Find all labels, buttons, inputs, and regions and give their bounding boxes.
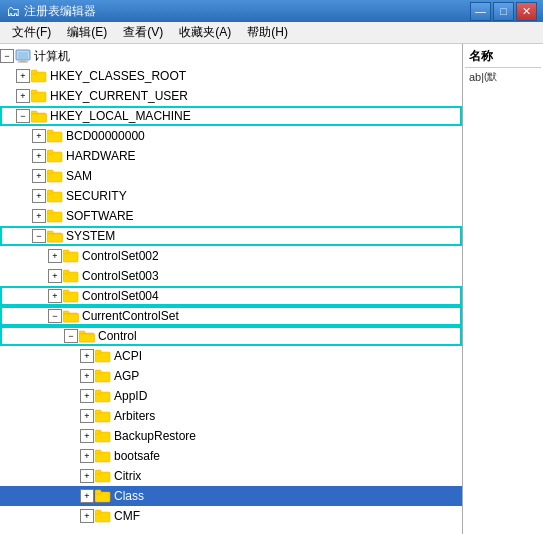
title-bar-controls: — □ ✕ (470, 2, 537, 21)
node-label-sam: SAM (66, 166, 92, 186)
menu-favorites[interactable]: 收藏夹(A) (171, 22, 239, 43)
expand-button[interactable]: + (32, 129, 46, 143)
expand-button[interactable]: + (80, 469, 94, 483)
close-button[interactable]: ✕ (516, 2, 537, 21)
node-label-backuprestore: BackupRestore (114, 426, 196, 446)
maximize-button[interactable]: □ (493, 2, 514, 21)
svg-rect-29 (63, 290, 69, 294)
tree-node-hklm[interactable]: − HKEY_LOCAL_MACHINE (0, 106, 462, 126)
expand-button[interactable]: + (32, 169, 46, 183)
folder-icon (47, 229, 63, 243)
tree-node-system[interactable]: − SYSTEM (0, 226, 462, 246)
node-label-system: SYSTEM (66, 226, 115, 246)
node-label-appid: AppID (114, 386, 147, 406)
svg-rect-32 (63, 314, 79, 322)
expand-button[interactable]: + (16, 69, 30, 83)
node-label-acpi: ACPI (114, 346, 142, 366)
expand-button[interactable]: + (80, 449, 94, 463)
expand-button[interactable]: + (32, 149, 46, 163)
collapse-button[interactable]: − (64, 329, 78, 343)
svg-rect-43 (95, 410, 101, 414)
node-label-hklm: HKEY_LOCAL_MACHINE (50, 106, 191, 126)
svg-rect-14 (47, 150, 53, 154)
node-label-agp: AGP (114, 366, 139, 386)
svg-rect-34 (79, 331, 85, 334)
tree-node-computer[interactable]: − 计算机 (0, 46, 462, 66)
expand-button[interactable]: + (80, 429, 94, 443)
collapse-button[interactable]: − (0, 49, 14, 63)
collapse-button[interactable]: − (16, 109, 30, 123)
folder-icon (63, 269, 79, 283)
folder-icon (79, 329, 95, 343)
svg-rect-18 (47, 190, 53, 194)
folder-icon (31, 89, 47, 103)
tree-node-ccs004[interactable]: + ControlSet004 (0, 286, 462, 306)
tree-node-appid[interactable]: + AppID (0, 386, 462, 406)
tree-node-control[interactable]: − Control (0, 326, 462, 346)
collapse-button[interactable]: − (32, 229, 46, 243)
tree-node-class[interactable]: + Class (0, 486, 462, 506)
expand-button[interactable]: + (32, 209, 46, 223)
tree-node-ccs002[interactable]: + ControlSet002 (0, 246, 462, 266)
tree-node-arbiters[interactable]: + Arbiters (0, 406, 462, 426)
folder-icon (47, 189, 63, 203)
expand-button[interactable]: + (48, 289, 62, 303)
folder-icon (63, 249, 79, 263)
folder-icon (63, 289, 79, 303)
expand-button[interactable]: + (48, 249, 62, 263)
expand-button[interactable]: + (80, 509, 94, 523)
folder-icon (95, 429, 111, 443)
folder-icon (47, 169, 63, 183)
right-panel-item-default[interactable]: ab| (默 (465, 68, 541, 86)
expand-button[interactable]: + (16, 89, 30, 103)
svg-rect-7 (31, 90, 37, 94)
tree-node-hkcr[interactable]: + HKEY_CLASSES_ROOT (0, 66, 462, 86)
expand-button[interactable]: + (48, 269, 62, 283)
menu-edit[interactable]: 编辑(E) (59, 22, 115, 43)
tree-node-bootsafe[interactable]: + bootsafe (0, 446, 462, 466)
menu-file[interactable]: 文件(F) (4, 22, 59, 43)
tree-node-cmf[interactable]: + CMF (0, 506, 462, 526)
svg-rect-20 (47, 210, 53, 214)
svg-rect-49 (95, 470, 101, 474)
registry-tree[interactable]: − 计算机+ HKEY_CLASSES_ROOT+ HKEY_CURRENT_U… (0, 44, 463, 534)
tree-node-hkcu[interactable]: + HKEY_CURRENT_USER (0, 86, 462, 106)
folder-icon (95, 489, 111, 503)
tree-node-agp[interactable]: + AGP (0, 366, 462, 386)
expand-button[interactable]: + (80, 389, 94, 403)
tree-node-acpi[interactable]: + ACPI (0, 346, 462, 366)
svg-rect-51 (95, 490, 101, 494)
computer-icon (15, 49, 31, 63)
svg-rect-35 (79, 334, 95, 342)
tree-node-ccs003[interactable]: + ControlSet003 (0, 266, 462, 286)
tree-node-hardware[interactable]: + HARDWARE (0, 146, 462, 166)
svg-rect-5 (31, 70, 37, 74)
tree-node-citrix[interactable]: + Citrix (0, 466, 462, 486)
main-content: − 计算机+ HKEY_CLASSES_ROOT+ HKEY_CURRENT_U… (0, 44, 543, 534)
node-label-bootsafe: bootsafe (114, 446, 160, 466)
menu-help[interactable]: 帮助(H) (239, 22, 296, 43)
minimize-button[interactable]: — (470, 2, 491, 21)
tree-node-backuprestore[interactable]: + BackupRestore (0, 426, 462, 446)
menu-view[interactable]: 查看(V) (115, 22, 171, 43)
svg-rect-41 (95, 390, 101, 394)
tree-node-security[interactable]: + SECURITY (0, 186, 462, 206)
expand-button[interactable]: + (80, 369, 94, 383)
folder-icon (31, 69, 47, 83)
node-label-control: Control (98, 326, 137, 346)
node-label-class: Class (114, 486, 144, 506)
menu-bar: 文件(F) 编辑(E) 查看(V) 收藏夹(A) 帮助(H) (0, 22, 543, 44)
collapse-button[interactable]: − (48, 309, 62, 323)
expand-button[interactable]: + (80, 409, 94, 423)
folder-icon (95, 509, 111, 523)
tree-node-ccs[interactable]: − CurrentControlSet (0, 306, 462, 326)
expand-button[interactable]: + (80, 489, 94, 503)
node-label-ccs004: ControlSet004 (82, 286, 159, 306)
tree-node-sam[interactable]: + SAM (0, 166, 462, 186)
tree-node-bcd[interactable]: + BCD00000000 (0, 126, 462, 146)
tree-node-software[interactable]: + SOFTWARE (0, 206, 462, 226)
node-label-hardware: HARDWARE (66, 146, 136, 166)
expand-button[interactable]: + (80, 349, 94, 363)
node-label-bcd: BCD00000000 (66, 126, 145, 146)
expand-button[interactable]: + (32, 189, 46, 203)
